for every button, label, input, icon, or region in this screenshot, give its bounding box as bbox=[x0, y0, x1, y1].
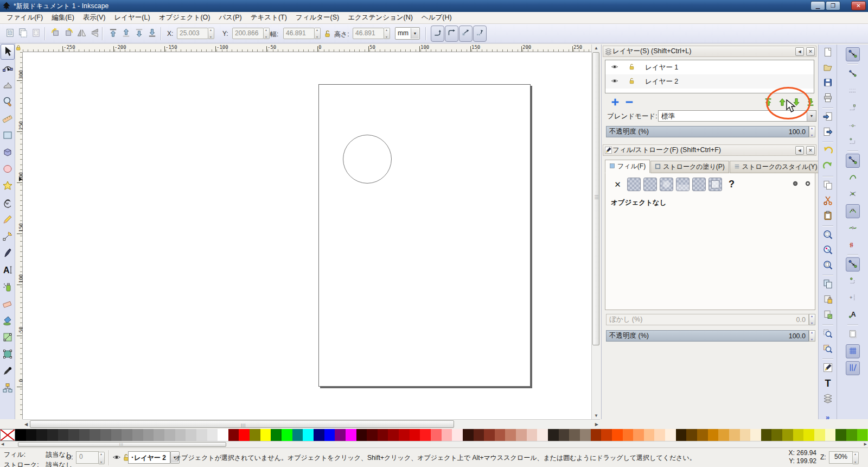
palette-swatch[interactable] bbox=[857, 429, 868, 441]
open-button[interactable] bbox=[821, 61, 835, 75]
palette-swatch[interactable] bbox=[782, 429, 793, 441]
palette-swatch[interactable] bbox=[207, 429, 218, 441]
layer-opacity-spinner[interactable] bbox=[809, 126, 815, 137]
fill-rule-evenodd-button[interactable] bbox=[802, 179, 813, 190]
palette-swatch[interactable] bbox=[697, 429, 708, 441]
lock-open-icon[interactable] bbox=[623, 63, 635, 72]
palette-swatch[interactable] bbox=[495, 429, 506, 441]
palette-swatch[interactable] bbox=[132, 429, 143, 441]
palette-swatch[interactable] bbox=[58, 429, 69, 441]
palette-swatch[interactable] bbox=[846, 429, 857, 441]
palette-swatch[interactable] bbox=[410, 429, 420, 441]
blur-spinner[interactable] bbox=[809, 314, 815, 325]
text-dialog-button[interactable]: T bbox=[821, 376, 835, 390]
linear-gradient-button[interactable] bbox=[643, 178, 657, 191]
restore-button[interactable]: ❐ bbox=[826, 1, 840, 10]
zoom-field[interactable]: 50% bbox=[829, 451, 853, 464]
palette-swatch[interactable] bbox=[474, 429, 484, 441]
raise-button[interactable] bbox=[119, 26, 132, 41]
horizontal-scroll-thumb[interactable]: ||| bbox=[30, 420, 454, 428]
vertical-ruler[interactable]: 300250200150100500 bbox=[15, 52, 23, 419]
snap-bbox-toggle[interactable] bbox=[846, 67, 860, 81]
palette-swatch[interactable] bbox=[303, 429, 314, 441]
panel-close-icon[interactable]: ✕ bbox=[806, 47, 815, 56]
vertical-scrollbar[interactable]: ▲ ||| ▼ bbox=[591, 45, 600, 419]
menu-9[interactable]: エクステンション(N) bbox=[343, 12, 417, 23]
palette-swatch[interactable] bbox=[15, 429, 26, 441]
tool-tweak[interactable] bbox=[1, 78, 15, 93]
palette-swatch[interactable] bbox=[825, 429, 836, 441]
flat-color-button[interactable] bbox=[627, 178, 641, 191]
layers-dialog-button[interactable] bbox=[821, 392, 835, 406]
fill-stroke-dialog-button[interactable] bbox=[821, 361, 835, 375]
lower-to-bottom-button[interactable] bbox=[145, 26, 158, 41]
layer-row[interactable]: レイヤー 2 bbox=[605, 74, 814, 89]
palette-swatch[interactable] bbox=[431, 429, 442, 441]
remove-layer-button[interactable] bbox=[623, 97, 635, 109]
deselect-button[interactable] bbox=[29, 26, 42, 41]
palette-swatch[interactable] bbox=[26, 429, 37, 441]
palette-swatch[interactable] bbox=[623, 429, 634, 441]
lock-ratio-icon[interactable] bbox=[323, 29, 332, 39]
flip-vertical-button[interactable] bbox=[88, 26, 101, 41]
palette-swatch[interactable] bbox=[793, 429, 804, 441]
palette-swatch[interactable] bbox=[250, 429, 260, 441]
duplicate-button[interactable] bbox=[821, 277, 835, 292]
snap-smooth-nodes-toggle[interactable] bbox=[846, 221, 860, 235]
ruler-lock-icon[interactable] bbox=[15, 45, 22, 51]
layers-panel-title[interactable]: レイヤー(S) (Shift+Ctrl+L) ◄ ✕ bbox=[603, 46, 816, 57]
tab-stroke-style[interactable]: ストロークのスタイル(Y) bbox=[730, 161, 822, 173]
palette-swatch[interactable] bbox=[154, 429, 164, 441]
snap-paths-toggle[interactable] bbox=[846, 171, 860, 185]
page[interactable] bbox=[318, 84, 531, 387]
affect-patterns-toggle[interactable] bbox=[473, 26, 487, 42]
tab-stroke-paint[interactable]: ストロークの塗り(P) bbox=[650, 161, 729, 173]
zoom-drawing-button[interactable] bbox=[821, 243, 835, 257]
pattern-button[interactable] bbox=[676, 178, 690, 191]
toolbar-overflow-button[interactable]: » bbox=[819, 413, 837, 421]
horizontal-ruler[interactable]: -250-200-150-100-50050100150200250 bbox=[15, 45, 600, 52]
y-spinner[interactable] bbox=[264, 28, 270, 39]
opacity-slider[interactable]: 不透明度 (%)100.0 bbox=[606, 330, 809, 342]
panel-collapse-icon[interactable]: ◄ bbox=[795, 146, 804, 155]
palette-none-swatch[interactable] bbox=[0, 429, 15, 441]
tool-selector[interactable] bbox=[1, 44, 15, 60]
palette-swatch[interactable] bbox=[420, 429, 431, 441]
palette-swatch[interactable] bbox=[314, 429, 324, 441]
lower-button[interactable] bbox=[132, 26, 145, 41]
menu-2[interactable]: 編集(E) bbox=[47, 12, 79, 23]
palette-swatch[interactable] bbox=[164, 429, 175, 441]
tool-ellipse[interactable] bbox=[1, 162, 15, 178]
affect-stroke-toggle[interactable] bbox=[431, 26, 444, 42]
palette-swatch[interactable] bbox=[676, 429, 687, 441]
height-spinner[interactable] bbox=[384, 28, 390, 39]
scroll-up-icon[interactable]: ▲ bbox=[594, 46, 598, 51]
tool-gradient[interactable] bbox=[1, 330, 15, 346]
snap-bbox-midpoints-toggle[interactable] bbox=[846, 117, 860, 131]
palette-swatch[interactable] bbox=[601, 429, 612, 441]
snap-nodes-toggle[interactable] bbox=[846, 154, 860, 168]
circle-shape[interactable] bbox=[343, 135, 392, 184]
tool-zoom[interactable] bbox=[1, 94, 15, 110]
scroll-left-icon[interactable]: ◀ bbox=[24, 422, 28, 427]
eye-icon[interactable] bbox=[605, 63, 618, 72]
panel-close-icon[interactable]: ✕ bbox=[806, 146, 815, 155]
palette-swatch[interactable] bbox=[580, 429, 591, 441]
palette-swatch[interactable] bbox=[122, 429, 132, 441]
layer-row[interactable]: レイヤー 1 bbox=[605, 60, 814, 74]
palette-swatch[interactable] bbox=[591, 429, 602, 441]
print-button[interactable] bbox=[821, 91, 835, 105]
add-layer-button[interactable] bbox=[609, 97, 621, 109]
menu-1[interactable]: ファイル(F) bbox=[2, 12, 47, 23]
snap-bbox-edges-toggle[interactable] bbox=[846, 84, 860, 98]
save-button[interactable] bbox=[821, 76, 835, 90]
flip-horizontal-button[interactable] bbox=[75, 26, 88, 41]
snap-text-baseline-toggle[interactable]: A bbox=[846, 308, 860, 322]
tool-spiral[interactable] bbox=[1, 195, 15, 211]
layer-visibility-icon[interactable] bbox=[112, 453, 121, 462]
menu-10[interactable]: ヘルプ(H) bbox=[417, 12, 456, 23]
width-spinner[interactable] bbox=[315, 28, 321, 39]
find-button[interactable] bbox=[821, 327, 835, 341]
tool-text[interactable]: A bbox=[1, 263, 15, 279]
palette-swatch[interactable] bbox=[548, 429, 559, 441]
